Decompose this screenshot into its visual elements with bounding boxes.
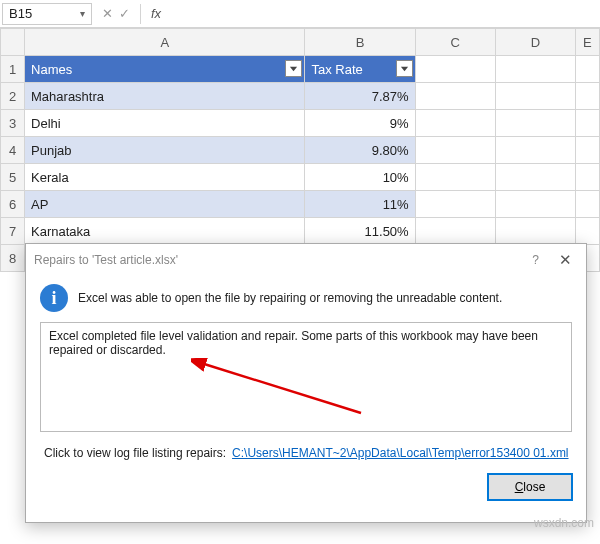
cell-rate[interactable]: 9%: [305, 110, 415, 137]
cell[interactable]: [495, 191, 575, 218]
cell[interactable]: [575, 164, 599, 191]
cell-name[interactable]: Kerala: [25, 164, 305, 191]
cell[interactable]: [495, 218, 575, 245]
enter-formula-icon[interactable]: ✓: [119, 6, 130, 21]
cell[interactable]: [415, 137, 495, 164]
row-header[interactable]: 6: [1, 191, 25, 218]
cell[interactable]: [415, 164, 495, 191]
help-button[interactable]: ?: [532, 253, 539, 267]
column-header-row: A B C D E: [1, 29, 600, 56]
table-row[interactable]: 3 Delhi 9%: [1, 110, 600, 137]
cell[interactable]: [575, 191, 599, 218]
insert-function-button[interactable]: fx: [145, 6, 167, 21]
cell[interactable]: [415, 110, 495, 137]
cell[interactable]: [415, 218, 495, 245]
row-header[interactable]: 1: [1, 56, 25, 83]
dialog-message-row: i Excel was able to open the file by rep…: [40, 280, 572, 322]
repair-details-text: Excel completed file level validation an…: [49, 329, 538, 357]
cell-rate[interactable]: 11.50%: [305, 218, 415, 245]
col-header-B[interactable]: B: [305, 29, 415, 56]
formula-bar: B15 ▾ ✕ ✓ fx: [0, 0, 600, 28]
cell-name[interactable]: Maharashtra: [25, 83, 305, 110]
cell[interactable]: [495, 56, 575, 83]
table-header-names[interactable]: Names: [25, 56, 305, 83]
col-header-E[interactable]: E: [575, 29, 599, 56]
cell-rate[interactable]: 10%: [305, 164, 415, 191]
svg-line-0: [201, 363, 361, 413]
cell[interactable]: [495, 164, 575, 191]
cell[interactable]: [575, 83, 599, 110]
info-icon: i: [40, 284, 68, 312]
table-row[interactable]: 6 AP 11%: [1, 191, 600, 218]
cell[interactable]: [495, 110, 575, 137]
repairs-dialog: Repairs to 'Test article.xlsx' ? ✕ i Exc…: [25, 243, 587, 523]
dialog-button-row: Close: [40, 474, 572, 512]
select-all-corner[interactable]: [1, 29, 25, 56]
table-header-label: Tax Rate: [311, 62, 362, 77]
dialog-body: i Excel was able to open the file by rep…: [26, 276, 586, 522]
dialog-title: Repairs to 'Test article.xlsx': [34, 253, 532, 267]
log-link-row: Click to view log file listing repairs: …: [40, 442, 572, 474]
cell[interactable]: [495, 137, 575, 164]
table-row[interactable]: 7 Karnataka 11.50%: [1, 218, 600, 245]
log-file-link[interactable]: C:\Users\HEMANT~2\AppData\Local\Temp\err…: [232, 446, 568, 460]
cell-reference: B15: [9, 6, 32, 21]
repair-details-box[interactable]: Excel completed file level validation an…: [40, 322, 572, 432]
row-header[interactable]: 8: [1, 245, 25, 272]
name-box-dropdown-icon[interactable]: ▾: [80, 8, 85, 19]
cell-name[interactable]: AP: [25, 191, 305, 218]
table-row[interactable]: 2 Maharashtra 7.87%: [1, 83, 600, 110]
col-header-C[interactable]: C: [415, 29, 495, 56]
watermark: wsxdn.com: [534, 516, 594, 530]
cell-rate[interactable]: 7.87%: [305, 83, 415, 110]
table-row[interactable]: 4 Punjab 9.80%: [1, 137, 600, 164]
table-header-tax[interactable]: Tax Rate: [305, 56, 415, 83]
spreadsheet-grid[interactable]: A B C D E 1 Names Tax Rate 2 Maharashtra…: [0, 28, 600, 272]
filter-dropdown-icon[interactable]: [285, 60, 302, 77]
cell-name[interactable]: Delhi: [25, 110, 305, 137]
filter-dropdown-icon[interactable]: [396, 60, 413, 77]
cell[interactable]: [575, 110, 599, 137]
table-header-label: Names: [31, 62, 72, 77]
row-header[interactable]: 7: [1, 218, 25, 245]
table-row[interactable]: 1 Names Tax Rate: [1, 56, 600, 83]
row-header[interactable]: 4: [1, 137, 25, 164]
cell[interactable]: [575, 218, 599, 245]
col-header-A[interactable]: A: [25, 29, 305, 56]
dialog-titlebar[interactable]: Repairs to 'Test article.xlsx' ? ✕: [26, 244, 586, 276]
cancel-formula-icon[interactable]: ✕: [102, 6, 113, 21]
dialog-message: Excel was able to open the file by repai…: [78, 291, 502, 305]
close-icon[interactable]: ✕: [553, 249, 578, 271]
cell[interactable]: [495, 83, 575, 110]
cell[interactable]: [415, 83, 495, 110]
cell[interactable]: [415, 191, 495, 218]
table-row[interactable]: 5 Kerala 10%: [1, 164, 600, 191]
col-header-D[interactable]: D: [495, 29, 575, 56]
row-header[interactable]: 2: [1, 83, 25, 110]
name-box[interactable]: B15 ▾: [2, 3, 92, 25]
cell[interactable]: [415, 56, 495, 83]
cell-rate[interactable]: 11%: [305, 191, 415, 218]
formula-input[interactable]: [167, 3, 600, 25]
close-button[interactable]: Close: [488, 474, 572, 500]
cell-name[interactable]: Karnataka: [25, 218, 305, 245]
divider: [140, 4, 141, 24]
cell-rate[interactable]: 9.80%: [305, 137, 415, 164]
cell-name[interactable]: Punjab: [25, 137, 305, 164]
log-link-label: Click to view log file listing repairs:: [44, 446, 226, 460]
formula-bar-buttons: ✕ ✓: [96, 6, 136, 21]
row-header[interactable]: 3: [1, 110, 25, 137]
row-header[interactable]: 5: [1, 164, 25, 191]
cell[interactable]: [575, 56, 599, 83]
annotation-arrow-icon: [191, 358, 371, 418]
cell[interactable]: [575, 137, 599, 164]
